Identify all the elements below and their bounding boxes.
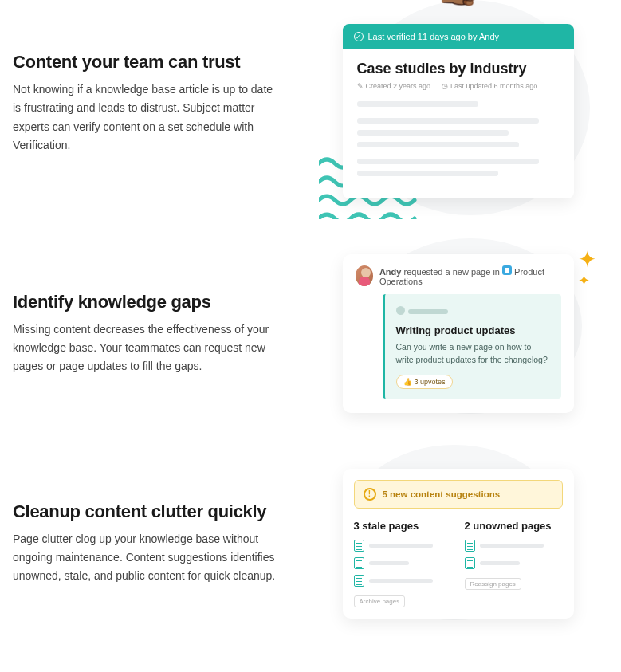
thumbs-up-icon: 👍🏾 <box>434 0 482 5</box>
feature-illustration: ✦ ✦ Andy requested a new page in Product… <box>308 254 608 413</box>
skeleton-line <box>480 561 520 565</box>
feature-body: Page clutter clog up your knowledge base… <box>13 530 284 585</box>
request-header: Andy requested a new page in Product Ope… <box>356 265 561 286</box>
verification-card: ✓ Last verified 11 days ago by Andy Case… <box>343 24 574 198</box>
unowned-pages-column: 2 unowned pages Reassign pages <box>465 520 563 607</box>
skeleton-line <box>357 142 519 147</box>
column-title: 2 unowned pages <box>465 520 563 532</box>
skeleton-line <box>369 561 409 565</box>
feature-text: Identify knowledge gaps Missing content … <box>13 292 284 375</box>
request-action-text: requested a new page in <box>403 267 499 277</box>
document-icon <box>354 557 364 569</box>
list-item <box>354 575 452 587</box>
skeleton-line <box>357 118 540 124</box>
space-icon <box>502 265 512 275</box>
check-circle-icon: ✓ <box>354 32 364 41</box>
skeleton-line <box>357 171 499 176</box>
request-body-panel: Writing product updates Can you write a … <box>383 294 561 399</box>
document-icon <box>354 575 364 587</box>
dot-icon <box>396 306 405 315</box>
feature-heading: Cleanup content clutter quickly <box>13 501 284 522</box>
request-title: Writing product updates <box>396 324 550 336</box>
avatar <box>356 265 373 286</box>
feature-row-trust: Content your team can trust Not knowing … <box>13 8 608 198</box>
upvote-badge[interactable]: 👍 3 upvotes <box>396 375 453 389</box>
upvote-count: 3 upvotes <box>415 378 446 386</box>
column-title: 3 stale pages <box>354 520 452 532</box>
alert-banner: ! 5 new content suggestions <box>354 480 563 509</box>
document-icon <box>354 540 364 552</box>
skeleton-line <box>369 544 433 548</box>
page-meta: ✎Created 2 years ago ◷Last updated 6 mon… <box>357 82 560 90</box>
document-icon <box>465 557 475 569</box>
alert-text: 5 new content suggestions <box>383 489 501 499</box>
updated-label: Last updated 6 months ago <box>450 82 537 90</box>
request-description: Can you write a new page on how to write… <box>396 341 550 367</box>
pencil-icon: ✎ <box>357 82 364 90</box>
requester-name: Andy <box>379 267 402 277</box>
feature-illustration: ! 5 new content suggestions 3 stale page… <box>308 469 608 619</box>
page-title: Case studies by industry <box>357 61 560 77</box>
sparkle-icon: ✦ <box>578 246 596 273</box>
archive-pages-button[interactable]: Archive pages <box>354 595 406 607</box>
feature-body: Not knowing if a knowledge base article … <box>13 81 284 154</box>
page-request-card: Andy requested a new page in Product Ope… <box>343 254 574 413</box>
created-label: Created 2 years ago <box>366 82 431 90</box>
feature-row-cleanup: Cleanup content clutter quickly Page clu… <box>13 469 608 619</box>
sparkle-icon: ✦ <box>578 272 590 289</box>
list-item <box>354 540 452 552</box>
feature-illustration: 👍🏾 ✓ Last verified 11 days ago by Andy C… <box>308 8 608 198</box>
feature-text: Content your team can trust Not knowing … <box>13 52 284 154</box>
list-item <box>354 557 452 569</box>
clock-icon: ◷ <box>442 82 448 90</box>
skeleton-line <box>357 159 540 164</box>
feature-body: Missing content decreases the effectiven… <box>13 320 284 375</box>
skeleton-line <box>357 101 478 107</box>
verified-banner: ✓ Last verified 11 days ago by Andy <box>343 24 574 49</box>
verified-text: Last verified 11 days ago by Andy <box>368 32 500 41</box>
document-icon <box>465 540 475 552</box>
list-item <box>465 557 563 569</box>
alert-icon: ! <box>364 488 376 501</box>
feature-heading: Content your team can trust <box>13 52 284 73</box>
skeleton-line <box>480 544 544 548</box>
feature-row-gaps: Identify knowledge gaps Missing content … <box>13 254 608 413</box>
skeleton-line <box>408 309 448 314</box>
thumbs-up-icon: 👍 <box>403 378 412 386</box>
reassign-pages-button[interactable]: Reassign pages <box>465 578 521 590</box>
stale-pages-column: 3 stale pages Archive pages <box>354 520 452 607</box>
feature-text: Cleanup content clutter quickly Page clu… <box>13 501 284 585</box>
content-suggestions-card: ! 5 new content suggestions 3 stale page… <box>343 469 574 619</box>
skeleton-line <box>369 579 433 583</box>
list-item <box>465 540 563 552</box>
feature-heading: Identify knowledge gaps <box>13 292 284 312</box>
skeleton-line <box>357 130 509 136</box>
